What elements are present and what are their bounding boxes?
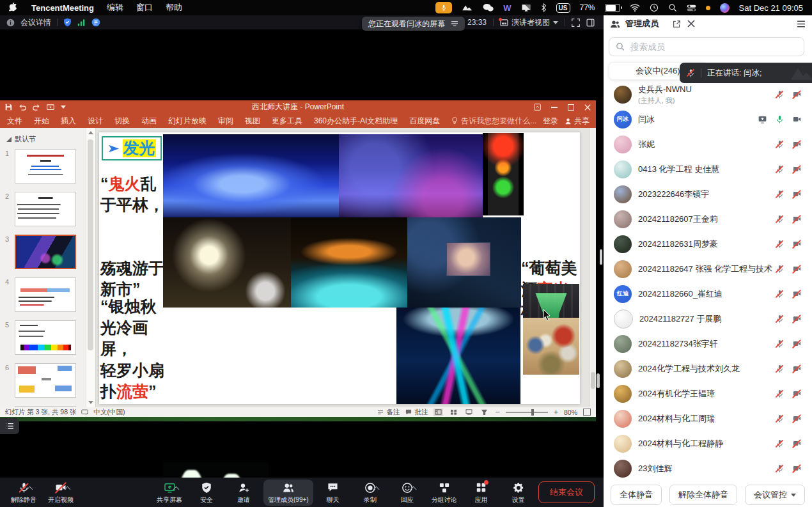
member-row[interactable]: 202421182631周梦豪 [604,231,812,256]
mic-muted-icon[interactable] [776,464,784,473]
normal-view-button[interactable] [433,409,443,416]
popout-panel-icon[interactable] [673,20,681,28]
wechat-menubar-icon[interactable] [483,3,494,12]
mic-muted-icon[interactable] [776,214,784,224]
toolbar-item-breakout[interactable]: 分组讨论 [427,480,462,506]
minimize-button[interactable] [551,107,558,108]
powerpoint-title-bar[interactable]: 西北师大讲座 - PowerPoint [0,100,596,114]
toolbar-item-apps[interactable]: 应用 [464,480,499,506]
member-row[interactable]: 史兵兵-NWNU(主持人, 我) [604,82,812,107]
slide-number-indicator[interactable]: 幻灯片 第 3 张, 共 98 张 [5,408,76,417]
share-view-scrollbar-handle[interactable] [597,373,600,388]
fullscreen-icon[interactable] [572,19,580,27]
network-signal-icon[interactable] [77,19,86,26]
sign-in-link[interactable]: 登录 [543,116,558,127]
mic-on-icon[interactable] [776,114,784,124]
member-row[interactable]: 23刘佳辉 [604,456,812,481]
toast-menu-icon[interactable] [451,20,458,27]
watching-screen-toast[interactable]: 您正在观看闫冰的屏幕 [362,17,465,31]
wifi-icon[interactable] [630,4,640,12]
ribbon-tab[interactable]: 视图 [239,114,266,128]
camera-off-icon[interactable] [792,464,802,472]
accessibility-check-icon[interactable] [81,409,88,416]
camera-off-icon[interactable] [792,389,802,398]
camera-off-icon[interactable] [792,240,802,248]
member-search-input[interactable] [629,42,797,52]
slide-thumbnail-5[interactable] [15,320,76,355]
annotation-toolbar-button[interactable] [0,418,19,434]
notes-button[interactable]: 备注 [377,408,400,417]
member-row[interactable]: 2024有机化学王韫璋 [604,381,812,406]
zoom-in-button[interactable]: + [554,408,558,417]
tell-me-box[interactable]: 告诉我您想要做什么... [446,116,542,127]
member-row[interactable]: 闫冰闫冰 [604,107,812,132]
toolbar-item-record[interactable]: 录制 [353,480,387,506]
tencent-meeting-menubar-icon[interactable] [462,4,473,12]
menubar-clock[interactable]: Sat Dec 21 09:05 [739,3,803,13]
macos-menu-窗口[interactable]: 窗口 [136,2,153,13]
slide-canvas[interactable]: 发光 “鬼火乱于平林， 殇魂游于新市” “银烛秋光冷画屏， 轻罗小扇扑流萤” “… [99,132,580,404]
camera-off-icon[interactable] [792,140,802,148]
camera-off-icon[interactable] [792,364,802,373]
camera-off-icon[interactable] [792,90,802,98]
ribbon-tab[interactable]: 切换 [109,114,136,128]
side-panel-toggle-icon[interactable] [586,19,595,27]
mic-muted-icon[interactable] [776,414,784,423]
mic-muted-icon[interactable] [776,289,784,299]
time-machine-icon[interactable] [650,3,659,12]
member-row[interactable]: 2024化学工程与技术刘久龙 [604,356,812,381]
camera-off-icon[interactable] [792,439,802,448]
panel-menu-icon[interactable] [797,20,806,27]
slide-sorter-view-button[interactable] [449,409,458,416]
member-row[interactable]: 张妮 [604,132,812,157]
ribbon-tab[interactable]: 插入 [55,114,82,128]
security-shield-icon[interactable] [63,18,72,27]
slide-thumbnail-4[interactable] [15,277,76,312]
close-panel-icon[interactable] [687,20,695,27]
share-button[interactable]: 共享 [565,116,589,127]
zoom-level[interactable]: 80% [564,409,577,416]
active-mic-indicator-icon[interactable] [435,2,452,13]
toolbar-item-chat[interactable]: 聊天 [316,480,350,506]
camera-off-icon[interactable] [792,265,802,273]
toolbar-item-members[interactable]: 管理成员(99+) [263,480,313,506]
footer-button-全体静音[interactable]: 全体静音 [611,485,662,505]
scrollbar-handle[interactable] [88,139,93,350]
spotlight-search-icon[interactable] [668,3,677,12]
w-app-menubar-icon[interactable]: W [503,3,511,13]
member-row[interactable]: 2024材料与化工周瑞 [604,406,812,431]
camera-off-icon[interactable] [792,215,802,223]
mic-muted-icon[interactable] [776,364,784,373]
member-row[interactable]: 2024材料与化工程静静 [604,431,812,456]
input-source-badge[interactable]: US [556,3,570,13]
ribbon-tab[interactable]: 幻灯片放映 [162,114,212,128]
ribbon-display-options-icon[interactable] [534,104,541,111]
apple-logo-icon[interactable] [9,3,19,13]
member-row[interactable]: 0413 化学工程 史佳慧 [604,157,812,182]
end-meeting-button[interactable]: 结束会议 [538,481,595,503]
toolbar-item-shield[interactable]: 安全 [189,480,224,506]
ribbon-tab[interactable]: 审阅 [212,114,239,128]
ribbon-tab[interactable]: 更多工具 [266,114,308,128]
mic-muted-icon[interactable] [776,139,784,149]
toolbar-item-cam[interactable]: 开启视频 [43,480,78,506]
mic-muted-icon[interactable] [776,314,784,324]
slide-thumbnail-6[interactable] [15,363,76,398]
toolbar-item-gear[interactable]: 设置 [501,480,536,506]
mic-muted-icon[interactable] [776,264,784,274]
scroll-up-icon[interactable] [88,131,93,134]
mic-muted-icon[interactable] [776,189,784,199]
reading-view-button[interactable] [464,409,474,416]
ribbon-tab[interactable]: 文件 [1,114,28,128]
ribbon-tab[interactable]: 设计 [82,114,109,128]
restore-button[interactable] [568,104,574,111]
slide-area-scrollbar[interactable] [589,128,596,407]
thumbnail-scrollbar[interactable] [86,128,95,407]
mic-muted-icon[interactable] [776,339,784,348]
toolbar-item-react[interactable]: 回应 [390,480,425,506]
ribbon-tab[interactable]: 360办公助手-AI文档助理 [308,114,403,128]
footer-button-会议管控[interactable]: 会议管控 [745,485,805,505]
camera-off-icon[interactable] [792,190,802,198]
slideshow-view-button[interactable] [480,409,489,416]
close-window-button[interactable] [584,104,591,111]
